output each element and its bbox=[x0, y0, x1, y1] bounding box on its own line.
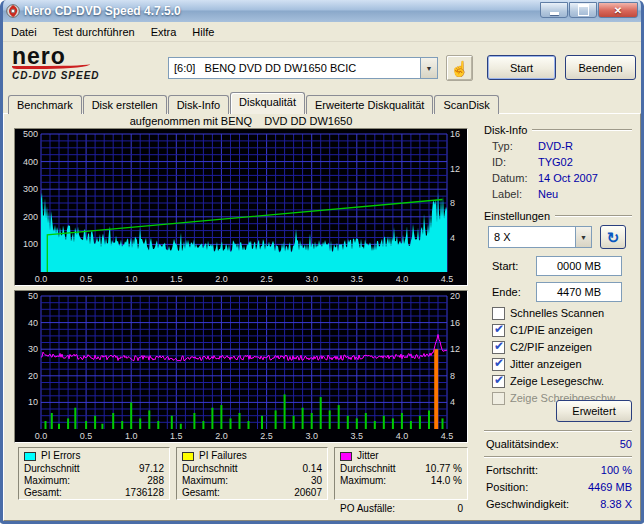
jitter-legend: Jitter Durchschnitt10.77 % Maximum:14.0 … bbox=[334, 447, 468, 500]
progress-label: Fortschritt: bbox=[486, 464, 538, 476]
checkbox-c2-pif-anzeigen[interactable]: C2/PIF anzeigen bbox=[492, 340, 592, 354]
svg-text:0.0: 0.0 bbox=[35, 431, 48, 441]
settings-title: Einstellungen bbox=[484, 210, 550, 222]
checkbox-zeige-lesegeschw[interactable]: Zeige Lesegeschw. bbox=[492, 374, 604, 388]
jitter-legend-title: Jitter bbox=[357, 450, 379, 462]
progress-row: Fortschritt: 100 % bbox=[486, 464, 632, 476]
checkbox-box[interactable] bbox=[492, 341, 505, 354]
end-position-row: Ende: 4470 MB bbox=[492, 282, 632, 302]
disk-info-label: Typ: bbox=[492, 140, 538, 152]
checkbox-box bbox=[492, 392, 505, 405]
checkbox-schnelles-scannen[interactable]: Schnelles Scannen bbox=[492, 306, 604, 320]
advanced-button[interactable]: Erweitert bbox=[556, 400, 632, 422]
tab-erweiterte-diskqualitaet[interactable]: Erweiterte Diskqualität bbox=[306, 95, 433, 114]
nero-logo-wordmark: nero bbox=[12, 46, 162, 66]
menu-item-test-durchfuehren[interactable]: Test durchführen bbox=[45, 23, 143, 41]
svg-text:30: 30 bbox=[28, 344, 38, 354]
chart-caption: aufgenommen mit BENQ DVD DD DW1650 bbox=[14, 115, 468, 127]
dropdown-arrow-icon[interactable]: ▼ bbox=[575, 227, 591, 247]
legend-label: Maximum: bbox=[182, 475, 228, 487]
checkbox-label: C1/PIE anzeigen bbox=[510, 324, 593, 336]
position-value: 4469 MB bbox=[588, 481, 632, 493]
svg-text:3.0: 3.0 bbox=[305, 274, 318, 284]
eject-disc-button[interactable]: ☝ bbox=[446, 55, 473, 81]
legend-label: Gesamt: bbox=[182, 487, 220, 499]
pi-errors-swatch-icon bbox=[24, 452, 36, 461]
tab-disk-info[interactable]: Disk-Info bbox=[168, 95, 229, 114]
legend-value: 14.0 % bbox=[431, 475, 462, 487]
checkbox-box[interactable] bbox=[492, 324, 505, 337]
svg-text:12: 12 bbox=[450, 164, 460, 174]
checkbox-box[interactable] bbox=[492, 307, 505, 320]
disk-info-row-datum: Datum:14 Oct 2007 bbox=[492, 172, 632, 184]
drive-select[interactable]: [6:0] BENQ DVD DD DW1650 BCIC ▼ bbox=[168, 57, 438, 79]
disk-info-value: Neu bbox=[538, 188, 558, 200]
dropdown-arrow-icon[interactable]: ▼ bbox=[420, 58, 437, 78]
quit-button[interactable]: Beenden bbox=[565, 55, 636, 80]
checkbox-jitter-anzeigen[interactable]: Jitter anzeigen bbox=[492, 357, 582, 371]
menu-item-hilfe[interactable]: Hilfe bbox=[184, 23, 222, 41]
nero-logo: nero CD-DVD SPEED bbox=[12, 46, 162, 81]
svg-text:0.5: 0.5 bbox=[80, 431, 93, 441]
svg-text:40: 40 bbox=[28, 318, 38, 328]
refresh-speeds-button[interactable]: ↻ bbox=[600, 225, 626, 249]
checkbox-label: Zeige Lesegeschw. bbox=[510, 375, 604, 387]
svg-text:0.5: 0.5 bbox=[80, 274, 93, 284]
start-position-row: Start: 0000 MB bbox=[492, 256, 632, 276]
checkbox-c1-pie-anzeigen[interactable]: C1/PIE anzeigen bbox=[492, 323, 593, 337]
close-button[interactable] bbox=[598, 2, 638, 18]
start-button[interactable]: Start bbox=[487, 55, 556, 80]
svg-text:4.5: 4.5 bbox=[441, 274, 454, 284]
po-failures-row: PO Ausfälle: 0 bbox=[334, 503, 468, 514]
disk-info-row-id: ID:TYG02 bbox=[492, 156, 632, 168]
speed-label: Geschwindigkeit: bbox=[486, 498, 569, 510]
speed-select[interactable]: 8 X ▼ bbox=[488, 226, 592, 248]
checkbox-box[interactable] bbox=[492, 358, 505, 371]
titlebar: Nero CD-DVD Speed 4.7.5.0 bbox=[0, 0, 644, 22]
menu-item-extra[interactable]: Extra bbox=[143, 23, 185, 41]
svg-text:1.0: 1.0 bbox=[125, 274, 138, 284]
svg-text:8: 8 bbox=[450, 371, 455, 381]
pif-jitter-chart: 1020304050481216200.00.51.01.52.02.53.03… bbox=[14, 290, 468, 443]
maximize-button[interactable] bbox=[569, 2, 597, 18]
svg-text:1.5: 1.5 bbox=[170, 274, 183, 284]
disk-info-row-typ: Typ:DVD-R bbox=[492, 140, 632, 152]
svg-text:0.0: 0.0 bbox=[35, 274, 48, 284]
legend-label: Durchschnitt bbox=[182, 463, 238, 475]
start-position-label: Start: bbox=[492, 260, 536, 272]
minimize-button[interactable] bbox=[540, 2, 568, 18]
tab-diskqualitaet[interactable]: Diskqualität bbox=[230, 92, 305, 114]
disk-info-value: 14 Oct 2007 bbox=[538, 172, 598, 184]
legend-label: Durchschnitt bbox=[24, 463, 80, 475]
separator bbox=[484, 430, 632, 432]
pi-errors-legend-title: PI Errors bbox=[41, 450, 80, 462]
disk-info-row-label: Label:Neu bbox=[492, 188, 632, 200]
start-position-field[interactable]: 0000 MB bbox=[536, 256, 622, 276]
disk-info-label: Datum: bbox=[492, 172, 538, 184]
svg-text:200: 200 bbox=[23, 212, 38, 222]
legend-label: Durchschnitt bbox=[340, 463, 396, 475]
svg-text:50: 50 bbox=[28, 291, 38, 301]
legend-value: 20607 bbox=[294, 487, 322, 499]
legend-value: 0.14 bbox=[303, 463, 322, 475]
pi-failures-legend-title: PI Failures bbox=[199, 450, 247, 462]
refresh-icon: ↻ bbox=[607, 230, 620, 245]
quality-index-value: 50 bbox=[620, 438, 632, 450]
position-row: Position: 4469 MB bbox=[486, 481, 632, 493]
tab-benchmark[interactable]: Benchmark bbox=[8, 95, 82, 114]
pi-failures-legend: PI Failures Durchschnitt0.14 Maximum:30 … bbox=[176, 447, 328, 500]
tab-scandisk[interactable]: ScanDisk bbox=[434, 95, 498, 114]
menubar: Datei Test durchführen Extra Hilfe bbox=[3, 22, 641, 42]
separator bbox=[484, 456, 632, 458]
svg-text:2.5: 2.5 bbox=[260, 431, 273, 441]
end-position-field[interactable]: 4470 MB bbox=[536, 282, 622, 302]
svg-text:500: 500 bbox=[23, 129, 38, 139]
menu-item-datei[interactable]: Datei bbox=[3, 23, 45, 41]
legend-value: 97.12 bbox=[139, 463, 164, 475]
po-failures-label: PO Ausfälle: bbox=[340, 503, 395, 514]
svg-text:4: 4 bbox=[450, 233, 455, 243]
checkbox-box[interactable] bbox=[492, 375, 505, 388]
tab-disk-erstellen[interactable]: Disk erstellen bbox=[83, 95, 167, 114]
disk-info-label: ID: bbox=[492, 156, 538, 168]
legend-value: 10.77 % bbox=[425, 463, 462, 475]
